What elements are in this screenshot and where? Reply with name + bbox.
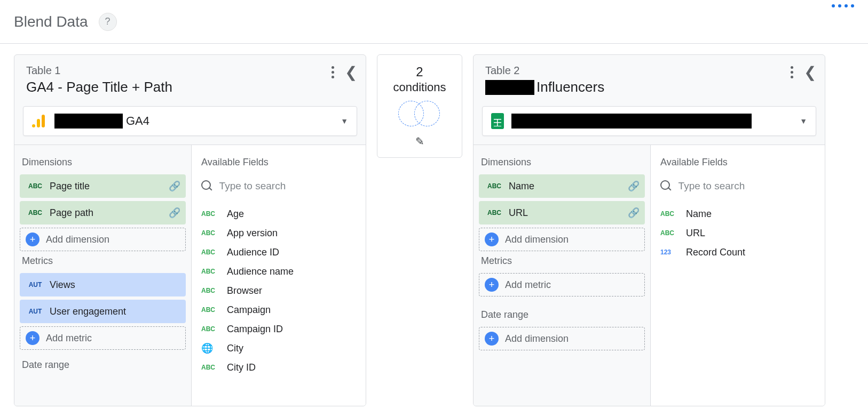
- dimension-chip[interactable]: ABC URL 🔗: [479, 201, 645, 224]
- field-row[interactable]: ABCCampaign: [201, 300, 356, 319]
- collapse-left-icon[interactable]: ❮: [804, 63, 816, 81]
- field-search-input[interactable]: [677, 180, 815, 193]
- add-metric-button[interactable]: + Add metric: [20, 326, 186, 350]
- link-icon: 🔗: [628, 180, 640, 192]
- page-title: Blend Data: [14, 13, 88, 30]
- add-dimension-button[interactable]: + Add dimension: [20, 228, 186, 251]
- overflow-dots-icon[interactable]: [832, 4, 854, 7]
- metric-chip[interactable]: AUT User engagement: [20, 300, 186, 323]
- metric-chip[interactable]: AUT Views: [20, 273, 186, 296]
- field-row[interactable]: ABCAudience ID: [201, 243, 356, 262]
- dimensions-heading: Dimensions: [22, 157, 184, 168]
- table-2-menu-icon[interactable]: [788, 64, 795, 81]
- globe-icon: 🌐: [201, 342, 218, 354]
- field-row[interactable]: ABCAudience name: [201, 262, 356, 281]
- type-abc-icon: ABC: [484, 182, 504, 190]
- top-bar: Blend Data ?: [0, 0, 868, 44]
- type-abc-icon: ABC: [25, 209, 45, 216]
- type-abc-icon: ABC: [201, 325, 218, 333]
- caret-down-icon: ▼: [341, 117, 348, 125]
- table-2-config-column: Dimensions ABC Name 🔗 ABC URL 🔗 + Add di…: [474, 145, 651, 406]
- venn-diagram-icon: [396, 102, 443, 125]
- field-search-input[interactable]: [218, 180, 356, 193]
- field-row[interactable]: ABCCity ID: [201, 358, 356, 377]
- daterange-heading: Date range: [22, 359, 184, 371]
- metrics-heading: Metrics: [22, 255, 184, 267]
- type-aut-icon: AUT: [25, 308, 45, 315]
- type-abc-icon: ABC: [201, 268, 218, 275]
- table-2-source-select[interactable]: ▼: [482, 106, 816, 136]
- field-label: Audience name: [227, 266, 294, 277]
- add-dimension-button[interactable]: + Add dimension: [479, 228, 645, 251]
- table-2-name-text: Influencers: [536, 79, 604, 95]
- search-icon: [660, 180, 671, 192]
- field-label: City ID: [227, 362, 256, 373]
- type-aut-icon: AUT: [25, 281, 45, 288]
- plus-icon: +: [485, 278, 499, 292]
- redacted-text: [485, 80, 534, 95]
- type-abc-icon: ABC: [201, 210, 218, 218]
- field-row[interactable]: 🌐City: [201, 339, 356, 358]
- type-abc-icon: ABC: [660, 210, 677, 218]
- table-2-fields-column: Available Fields ABCName ABCURL 123Recor…: [651, 145, 825, 406]
- link-icon: 🔗: [628, 207, 640, 219]
- table-1-source-suffix: GA4: [126, 114, 149, 128]
- search-row: [201, 174, 356, 198]
- chip-label: Page path: [45, 207, 169, 219]
- field-row[interactable]: ABCBrowser: [201, 281, 356, 300]
- field-label: Campaign: [227, 304, 271, 316]
- field-label: Name: [686, 208, 712, 220]
- table-2-label: Table 2: [485, 65, 813, 77]
- join-configure-button[interactable]: 2 conditions ✎: [377, 54, 462, 158]
- available-fields-heading: Available Fields: [201, 157, 354, 168]
- caret-down-icon: ▼: [800, 117, 807, 125]
- chip-label: URL: [504, 207, 628, 219]
- join-count: 2: [416, 65, 423, 79]
- table-1-source-select[interactable]: GA4 ▼: [23, 106, 357, 136]
- ga4-icon: [32, 114, 47, 129]
- dimension-chip[interactable]: ABC Page title 🔗: [20, 174, 186, 198]
- add-daterange-button[interactable]: + Add dimension: [479, 327, 645, 350]
- type-abc-icon: ABC: [660, 229, 677, 237]
- dimension-chip[interactable]: ABC Page path 🔗: [20, 201, 186, 224]
- add-dimension-label: Add dimension: [46, 234, 109, 245]
- field-label: Browser: [227, 285, 262, 296]
- add-metric-button[interactable]: + Add metric: [479, 273, 645, 296]
- table-1-name-text: GA4 - Page Title + Path: [26, 79, 172, 95]
- add-metric-label: Add metric: [46, 333, 92, 344]
- field-row[interactable]: ABCName: [660, 204, 815, 223]
- pencil-icon: ✎: [415, 135, 424, 148]
- plus-icon: +: [485, 332, 499, 346]
- type-abc-icon: ABC: [201, 229, 218, 237]
- plus-icon: +: [26, 232, 40, 246]
- table-card-1: ❮ Table 1 GA4 - Page Title + Path GA4 ▼ …: [14, 54, 366, 406]
- table-1-header: ❮ Table 1 GA4 - Page Title + Path: [14, 55, 366, 104]
- table-1-label: Table 1: [26, 65, 354, 77]
- dimension-chip[interactable]: ABC Name 🔗: [479, 174, 645, 198]
- field-label: Audience ID: [227, 247, 279, 258]
- sheets-icon: [491, 113, 504, 129]
- link-icon: 🔗: [169, 207, 180, 219]
- collapse-left-icon[interactable]: ❮: [345, 63, 357, 81]
- field-row[interactable]: ABCCampaign ID: [201, 319, 356, 339]
- type-abc-icon: ABC: [201, 306, 218, 314]
- chip-label: Name: [504, 181, 628, 192]
- type-abc-icon: ABC: [201, 287, 218, 294]
- help-icon[interactable]: ?: [99, 13, 117, 31]
- field-row[interactable]: ABCURL: [660, 223, 815, 243]
- add-metric-label: Add metric: [505, 279, 551, 291]
- type-abc-icon: ABC: [201, 248, 218, 256]
- type-abc-icon: ABC: [25, 182, 45, 190]
- field-row[interactable]: ABCAge: [201, 204, 356, 223]
- search-row: [660, 174, 815, 198]
- field-label: City: [227, 343, 243, 354]
- redacted-text: [54, 114, 123, 129]
- table-1-menu-icon[interactable]: [329, 64, 336, 81]
- chip-label: User engagement: [45, 306, 180, 317]
- field-row[interactable]: 123Record Count: [660, 243, 815, 262]
- table-card-2: ❮ Table 2 Influencers ▼ Dimensions ABC N…: [473, 54, 825, 406]
- add-daterange-label: Add dimension: [505, 333, 569, 344]
- field-row[interactable]: ABCApp version: [201, 223, 356, 243]
- chip-label: Page title: [45, 181, 169, 192]
- daterange-heading: Date range: [481, 309, 643, 320]
